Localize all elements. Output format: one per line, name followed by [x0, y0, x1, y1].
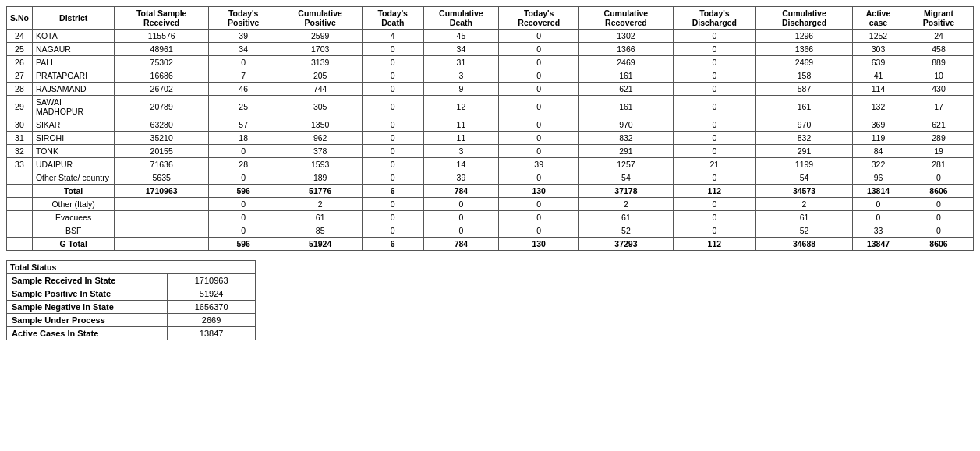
cell-active_case: 639: [852, 56, 904, 69]
cell-todays_positive: 46: [208, 83, 278, 96]
cell-cumulative_recovered: 1366: [579, 43, 674, 56]
footer-total-sample: [115, 238, 209, 251]
footer-cell-cumulative_positive: 85: [278, 224, 363, 238]
cell-cumulative_recovered: 1257: [579, 158, 674, 171]
cell-cumulative_discharged: 1366: [756, 43, 853, 56]
table-row: 27PRATAPGARH16686720503016101584110: [7, 69, 974, 83]
cell-total_sample: 63280: [115, 118, 209, 132]
cell-migrant_positive: 458: [904, 43, 974, 56]
cell-migrant_positive: 430: [904, 83, 974, 96]
header-cumulative-discharged: Cumulative Discharged: [756, 7, 853, 30]
cell-active_case: 41: [852, 69, 904, 83]
summary-value: 51924: [168, 287, 256, 301]
table-row: 32TONK20155037803029102918419: [7, 145, 974, 158]
footer-cell-cumulative_death: 0: [423, 224, 499, 238]
cell-todays_discharged: 0: [673, 145, 755, 158]
footer-cell-cumulative_death: 0: [423, 211, 499, 224]
cell-cumulative_death: 12: [423, 96, 499, 118]
table-row: 30SIKAR6328057135001109700970369621: [7, 118, 974, 132]
cell-sno: 28: [7, 83, 33, 96]
cell-district: PRATAPGARH: [32, 69, 114, 83]
summary-row: Sample Received In State1710963: [7, 274, 256, 287]
cell-todays_recovered: 0: [499, 69, 579, 83]
cell-todays_positive: 25: [208, 96, 278, 118]
footer-cell-todays_recovered: 0: [499, 224, 579, 238]
cell-cumulative_death: 11: [423, 132, 499, 145]
cell-cumulative_discharged: 832: [756, 132, 853, 145]
cell-active_case: 96: [852, 171, 904, 185]
header-total-sample: Total Sample Received: [115, 7, 209, 30]
footer-cell-cumulative_positive: 2: [278, 198, 363, 211]
footer-cell-todays_discharged: 0: [673, 224, 755, 238]
cell-cumulative_death: 11: [423, 118, 499, 132]
cell-todays_positive: 0: [208, 56, 278, 69]
cell-todays_recovered: 0: [499, 118, 579, 132]
cell-total_sample: 71636: [115, 158, 209, 171]
summary-title: Total Status: [7, 261, 256, 274]
footer-cell-cumulative_positive: 51776: [278, 185, 363, 198]
header-cumulative-recovered: Cumulative Recovered: [579, 7, 674, 30]
footer-label: Other (Italy): [32, 198, 114, 211]
cell-district: Other State/ country: [32, 171, 114, 185]
cell-cumulative_recovered: 832: [579, 132, 674, 145]
cell-todays_discharged: 21: [673, 158, 755, 171]
cell-cumulative_positive: 205: [278, 69, 363, 83]
cell-todays_positive: 7: [208, 69, 278, 83]
cell-total_sample: 115576: [115, 30, 209, 43]
footer-cell-todays_positive: 0: [208, 224, 278, 238]
cell-todays_recovered: 0: [499, 171, 579, 185]
footer-cell-active_case: 33: [852, 224, 904, 238]
cell-todays_death: 4: [362, 30, 423, 43]
cell-todays_recovered: 0: [499, 96, 579, 118]
footer-row: Total17109635965177667841303717811234573…: [7, 185, 974, 198]
summary-table: Total Status Sample Received In State171…: [6, 260, 256, 340]
cell-total_sample: 5635: [115, 171, 209, 185]
cell-cumulative_discharged: 291: [756, 145, 853, 158]
cell-cumulative_discharged: 1296: [756, 30, 853, 43]
table-row: 29SAWAI MADHOPUR207892530501201610161132…: [7, 96, 974, 118]
footer-cell-active_case: 13847: [852, 238, 904, 251]
footer-cell-todays_recovered: 130: [499, 185, 579, 198]
cell-migrant_positive: 17: [904, 96, 974, 118]
footer-cell-todays_death: 0: [362, 198, 423, 211]
cell-cumulative_discharged: 161: [756, 96, 853, 118]
header-sno: S.No: [7, 7, 33, 30]
footer-cell-todays_discharged: 112: [673, 238, 755, 251]
cell-cumulative_discharged: 1199: [756, 158, 853, 171]
cell-todays_discharged: 0: [673, 96, 755, 118]
cell-migrant_positive: 889: [904, 56, 974, 69]
header-todays-recovered: Today's Recovered: [499, 7, 579, 30]
cell-district: TONK: [32, 145, 114, 158]
cell-total_sample: 48961: [115, 43, 209, 56]
footer-cell-todays_recovered: 0: [499, 198, 579, 211]
footer-sno: [7, 238, 33, 251]
cell-todays_death: 0: [362, 43, 423, 56]
cell-todays_death: 0: [362, 69, 423, 83]
cell-cumulative_positive: 744: [278, 83, 363, 96]
cell-district: RAJSAMAND: [32, 83, 114, 96]
cell-cumulative_positive: 2599: [278, 30, 363, 43]
cell-todays_recovered: 39: [499, 158, 579, 171]
cell-cumulative_discharged: 2469: [756, 56, 853, 69]
cell-cumulative_recovered: 161: [579, 96, 674, 118]
header-cumulative-death: Cumulative Death: [423, 7, 499, 30]
footer-cell-cumulative_positive: 51924: [278, 238, 363, 251]
footer-label: G Total: [32, 238, 114, 251]
cell-migrant_positive: 621: [904, 118, 974, 132]
footer-sno: [7, 198, 33, 211]
cell-migrant_positive: 19: [904, 145, 974, 158]
header-todays-discharged: Today's Discharged: [673, 7, 755, 30]
cell-cumulative_discharged: 587: [756, 83, 853, 96]
cell-todays_recovered: 0: [499, 83, 579, 96]
cell-migrant_positive: 289: [904, 132, 974, 145]
footer-cell-cumulative_recovered: 37178: [579, 185, 674, 198]
summary-label: Sample Positive In State: [7, 287, 168, 301]
cell-todays_recovered: 0: [499, 30, 579, 43]
cell-district: KOTA: [32, 30, 114, 43]
cell-active_case: 132: [852, 96, 904, 118]
cell-district: SIROHI: [32, 132, 114, 145]
cell-cumulative_death: 31: [423, 56, 499, 69]
cell-sno: 24: [7, 30, 33, 43]
cell-todays_recovered: 0: [499, 132, 579, 145]
cell-cumulative_recovered: 621: [579, 83, 674, 96]
